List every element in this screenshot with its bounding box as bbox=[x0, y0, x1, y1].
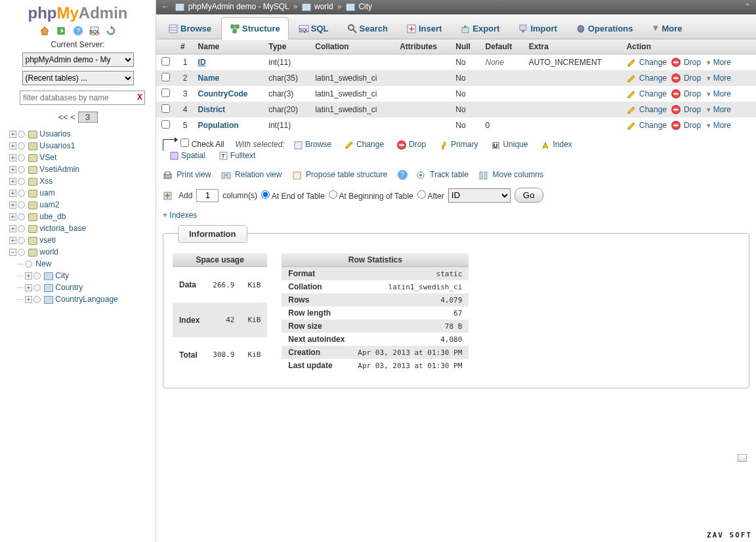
selected-browse[interactable]: Browse bbox=[293, 140, 331, 150]
propose-structure-link[interactable]: Propose table structure bbox=[306, 170, 387, 179]
table-options-icon[interactable] bbox=[33, 296, 41, 303]
drop-link[interactable]: Drop bbox=[684, 58, 701, 67]
db-tree-item[interactable]: − world bbox=[9, 246, 156, 258]
filter-databases-input[interactable] bbox=[20, 91, 145, 105]
column-name[interactable]: District bbox=[198, 105, 225, 114]
column-name[interactable]: CountryCode bbox=[198, 89, 248, 98]
tab-import[interactable]: Import bbox=[509, 17, 565, 40]
after-field-select[interactable]: ID bbox=[448, 188, 511, 203]
db-options-icon[interactable] bbox=[18, 249, 25, 256]
change-link[interactable]: Change bbox=[639, 105, 667, 114]
relation-view-link[interactable]: Relation view bbox=[235, 170, 282, 179]
resize-handle-icon[interactable] bbox=[738, 454, 747, 462]
db-options-icon[interactable] bbox=[18, 213, 25, 220]
plus-icon[interactable]: + bbox=[9, 178, 16, 185]
plus-icon[interactable]: + bbox=[9, 213, 16, 220]
db-tree-item[interactable]: + VSet bbox=[9, 152, 156, 163]
indexes-toggle[interactable]: + Indexes bbox=[156, 207, 756, 224]
selected-index[interactable]: Index bbox=[541, 140, 572, 150]
help-icon[interactable]: ? bbox=[398, 170, 408, 180]
table-tree-item[interactable]: + CountryLanguage bbox=[25, 293, 156, 305]
page-select[interactable]: 3 bbox=[78, 112, 98, 123]
more-link[interactable]: More bbox=[713, 73, 731, 83]
server-select[interactable]: phpMyAdmin demo - My bbox=[22, 52, 134, 67]
more-link[interactable]: More bbox=[713, 105, 731, 114]
page-prev-link[interactable]: << < bbox=[58, 112, 75, 122]
clear-filter-icon[interactable]: X bbox=[137, 93, 142, 102]
db-options-icon[interactable] bbox=[18, 142, 25, 150]
print-view-link[interactable]: Print view bbox=[177, 170, 211, 179]
table-options-icon[interactable] bbox=[33, 272, 41, 280]
db-tree-item[interactable]: + vseti bbox=[9, 234, 156, 246]
db-tree-item[interactable]: + Usuarios bbox=[9, 128, 156, 140]
row-checkbox[interactable] bbox=[161, 57, 170, 66]
tab-insert[interactable]: +Insert bbox=[398, 17, 450, 40]
plus-icon[interactable]: + bbox=[9, 201, 16, 209]
column-name[interactable]: Population bbox=[198, 121, 239, 130]
move-columns-link[interactable]: Move columns bbox=[493, 170, 543, 179]
opt-end[interactable]: At End of Table bbox=[261, 190, 325, 201]
tab-operations[interactable]: Operations bbox=[567, 17, 642, 40]
logout-icon[interactable] bbox=[56, 26, 66, 36]
db-options-icon[interactable] bbox=[18, 190, 25, 197]
drop-link[interactable]: Drop bbox=[684, 73, 701, 83]
more-link[interactable]: More bbox=[713, 58, 731, 67]
tab-more[interactable]: ▼More bbox=[643, 17, 691, 39]
row-checkbox[interactable] bbox=[161, 73, 170, 81]
table-tree-item[interactable]: New bbox=[25, 258, 156, 270]
selected-fulltext[interactable]: TFulltext bbox=[219, 151, 256, 161]
reload-icon[interactable] bbox=[106, 26, 116, 36]
row-checkbox[interactable] bbox=[161, 89, 170, 97]
selected-drop[interactable]: Drop bbox=[397, 140, 426, 150]
plus-icon[interactable]: + bbox=[25, 296, 32, 303]
breadcrumb-server[interactable]: phpMyAdmin demo - MySQL bbox=[188, 2, 289, 11]
db-tree-item[interactable]: + victoria_base bbox=[9, 222, 156, 234]
add-count-input[interactable] bbox=[196, 189, 219, 202]
plus-icon[interactable]: + bbox=[9, 154, 16, 161]
plus-icon[interactable]: + bbox=[9, 190, 16, 197]
db-options-icon[interactable] bbox=[18, 166, 25, 173]
plus-icon[interactable]: + bbox=[9, 237, 16, 244]
column-name[interactable]: ID bbox=[198, 58, 206, 67]
selected-primary[interactable]: Primary bbox=[439, 140, 478, 150]
change-link[interactable]: Change bbox=[639, 73, 667, 83]
breadcrumb-table[interactable]: City bbox=[358, 2, 372, 11]
change-link[interactable]: Change bbox=[639, 58, 667, 67]
opt-after[interactable]: After bbox=[417, 190, 444, 201]
tab-sql[interactable]: SQLSQL bbox=[290, 17, 337, 40]
change-link[interactable]: Change bbox=[639, 121, 667, 130]
column-name[interactable]: Name bbox=[198, 73, 220, 83]
db-options-icon[interactable] bbox=[18, 131, 25, 138]
db-options-icon[interactable] bbox=[18, 237, 25, 244]
more-link[interactable]: More bbox=[713, 89, 731, 98]
drop-link[interactable]: Drop bbox=[684, 121, 701, 130]
plus-icon[interactable]: + bbox=[9, 142, 16, 150]
tab-search[interactable]: Search bbox=[339, 17, 396, 40]
sql-icon[interactable]: SQL bbox=[89, 26, 100, 36]
new-icon[interactable] bbox=[25, 261, 32, 268]
db-tree-item[interactable]: + uam bbox=[9, 187, 156, 199]
row-checkbox[interactable] bbox=[161, 104, 170, 113]
table-tree-item[interactable]: + City bbox=[25, 270, 156, 281]
help-icon[interactable]: ? bbox=[73, 26, 83, 36]
table-tree-item[interactable]: + Country bbox=[25, 281, 156, 293]
drop-link[interactable]: Drop bbox=[684, 89, 701, 98]
db-tree-item[interactable]: + uam2 bbox=[9, 199, 156, 211]
track-table-link[interactable]: Track table bbox=[430, 170, 469, 179]
recent-tables-select[interactable]: (Recent tables) ... bbox=[22, 71, 134, 85]
tab-browse[interactable]: Browse bbox=[159, 17, 220, 40]
db-tree-item[interactable]: + VsetiAdmin bbox=[9, 163, 156, 175]
collapse-icon[interactable]: ⌃ bbox=[744, 2, 751, 11]
breadcrumb-db[interactable]: world bbox=[314, 2, 333, 11]
db-tree-item[interactable]: + Xss bbox=[9, 175, 156, 187]
plus-icon[interactable]: + bbox=[25, 284, 32, 291]
back-icon[interactable]: ← bbox=[161, 2, 169, 11]
plus-icon[interactable]: + bbox=[9, 225, 16, 232]
db-options-icon[interactable] bbox=[18, 154, 25, 161]
table-options-icon[interactable] bbox=[33, 284, 41, 291]
check-all[interactable] bbox=[180, 138, 189, 147]
db-tree-item[interactable]: + ube_db bbox=[9, 211, 156, 222]
more-link[interactable]: More bbox=[713, 121, 731, 130]
tab-structure[interactable]: Structure bbox=[221, 17, 289, 40]
selected-change[interactable]: Change bbox=[345, 140, 384, 150]
